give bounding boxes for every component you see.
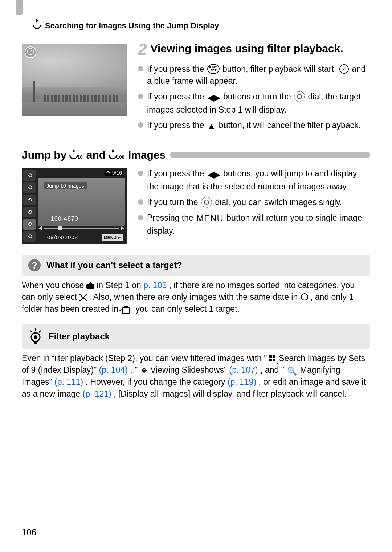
filter-playback-overlay-icon: ✓ [25,46,36,58]
func-set-icon: FUNC. SET [207,64,220,74]
jump-ui-screenshot: ⟲ ⟲ ⟲ ⟲ ⟲ ⟲ ↷ 9/16 Jump 10 Images 100-48… [22,168,127,244]
example-photo: ✓ [22,44,127,116]
page-number: 106 [22,527,36,537]
menu-return-button: MENU↩ [102,234,123,241]
bullet-text: Pressing the MENU button will return you… [147,212,370,237]
bullet-text: If you press the ◀▶ buttons, you will ju… [147,168,370,193]
jump-mode-movie-icon: ⟲ [23,207,36,217]
jump-title-pre: Jump by [22,149,66,161]
dial-icon [294,91,305,102]
check-circle-icon: ✓ [339,64,349,74]
bullet-text: If you turn the dial, you can switch ima… [147,196,370,208]
tip-title: Filter playback [49,331,110,342]
tip-title: What if you can't select a target? [46,260,182,270]
jump-slider [40,226,123,230]
slider-left-icon [38,226,42,230]
bullet-text: If you press the ◀▶ buttons or turn the … [147,91,370,116]
jump-100-icon: 100 [109,151,125,159]
file-number: 100-4870 [51,216,78,222]
jump-section-body: ⟲ ⟲ ⟲ ⟲ ⟲ ⟲ ↷ 9/16 Jump 10 Images 100-48… [22,168,370,244]
slideshow-icon [141,365,147,376]
bullet-dot [138,199,143,205]
menu-text-icon: MENU [196,212,224,225]
title-bar-decoration [170,152,370,158]
left-right-arrows-icon: ◀▶ [207,91,220,104]
bullet-dot [138,94,143,99]
slider-knob [58,226,62,230]
svg-line-2 [39,331,41,332]
jump-icon [33,20,41,31]
tip-hint-box: Filter playback [22,324,370,349]
page-link[interactable]: (p. 107) [229,365,258,375]
tip-hint-body: Even in filter playback (Step 2), you ca… [22,352,370,400]
page-header: Searching for Images Using the Jump Disp… [33,20,370,31]
bullet-dot [138,171,143,176]
svg-point-4 [34,335,37,339]
step-number: 2 [138,42,147,57]
dial-icon [201,197,212,208]
jump-ui-sidebar: ⟲ ⟲ ⟲ ⟲ ⟲ ⟲ [23,170,36,242]
slider-right-icon [121,226,124,230]
page-link[interactable]: (p. 121) [82,389,111,398]
step-title-text: Viewing images using filter playback. [150,42,343,55]
bullet-dot [138,215,143,220]
index-display-icon [269,355,277,362]
jump-mode-10-icon: ⟲ [23,219,36,230]
manual-page: Searching for Images Using the Jump Disp… [0,0,392,552]
bullet-text: If you press the FUNC. SET button, filte… [147,63,370,87]
image-date: 09/09/2008 [47,234,78,240]
page-link[interactable]: (p. 104) [99,365,128,375]
svg-rect-5 [34,342,37,344]
step-2-section: ✓ 2 Viewing images using filter playback… [22,42,370,136]
page-link[interactable]: (p. 111) [54,377,83,387]
up-arrow-icon: ▲ [207,120,216,132]
folder-jump-icon: ↶ [121,307,128,313]
image-counter: ↷ 9/16 [105,170,123,176]
tip-question-body: When you chose in Step 1 on p. 105 , if … [22,279,370,315]
step-bullets: If you press the FUNC. SET button, filte… [138,63,370,132]
jump-title-post: Images [128,149,166,161]
svg-line-1 [30,331,32,332]
date-jump-icon: ↶ [300,293,308,301]
jump-mode-label: Jump 10 Images [44,182,87,189]
jump-title-mid: and [86,149,106,161]
section-tab [16,0,23,15]
jump-bullets: If you press the ◀▶ buttons, you will ju… [138,168,370,241]
category-jump-icon [86,282,94,289]
page-header-title: Searching for Images Using the Jump Disp… [45,21,219,30]
jump-mode-category-icon: ⟲ [23,182,36,193]
jump-mode-date-icon: ⟲ [23,170,36,181]
no-category-icon [79,294,87,301]
lightbulb-icon [28,328,43,344]
bullet-dot [138,122,143,128]
page-link[interactable]: (p. 119) [228,377,256,387]
bullet-dot [138,66,143,71]
magnify-icon: 🔍 [287,366,297,377]
step-title: 2 Viewing images using filter playback. [138,42,370,57]
jump-mode-folder-icon: ⟲ [23,195,36,205]
page-link[interactable]: p. 105 [143,281,167,290]
jump-10-icon: 10 [69,151,83,159]
left-right-arrows-icon: ◀▶ [207,168,220,181]
tip-question-box: ? What if you can't select a target? [22,255,370,276]
jump-mode-100-icon: ⟲ [23,231,36,242]
bullet-text: If you press the ▲ button, it will cance… [147,119,370,132]
jump-section-title: Jump by 10 and 100 Images [22,149,370,161]
question-icon: ? [28,259,41,271]
